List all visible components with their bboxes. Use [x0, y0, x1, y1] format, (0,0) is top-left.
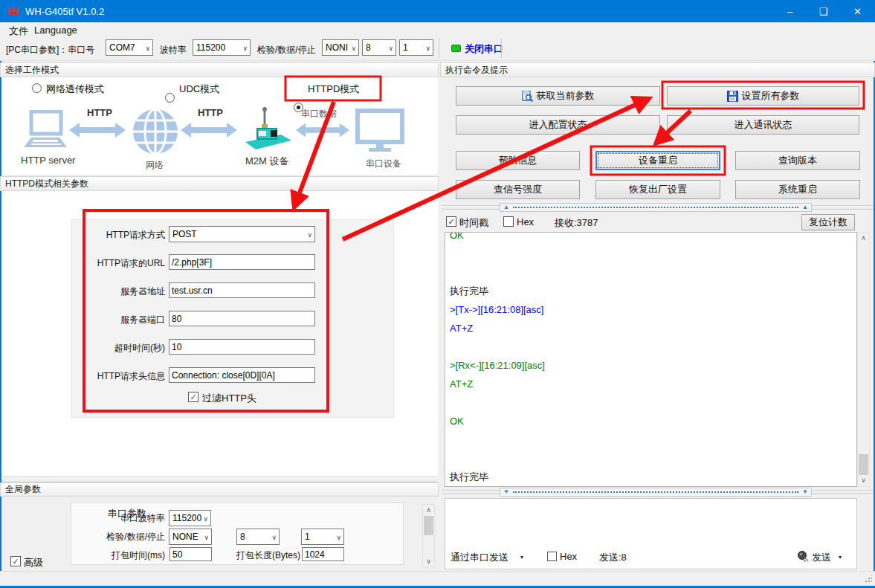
scroll-up-icon[interactable]: ∧ [858, 233, 869, 244]
menu-language[interactable]: Language [34, 25, 77, 36]
set-params-button[interactable]: 设置所有参数 [667, 86, 859, 106]
resize-grip[interactable] [865, 575, 872, 583]
splitter-up-icon[interactable]: ▲ [503, 204, 509, 210]
packlen-input[interactable] [302, 547, 344, 561]
chevron-down-icon: ∨ [242, 45, 248, 51]
caret-down-icon[interactable]: ▾ [520, 554, 523, 560]
http-header-input[interactable] [169, 367, 315, 383]
send-splitter[interactable]: ▼ ▼ [500, 488, 812, 497]
system-reboot-button[interactable]: 系统重启 [735, 180, 860, 199]
sent-count: 发送:8 [599, 551, 627, 564]
send-button[interactable]: 发送 [812, 551, 831, 564]
databits-select[interactable]: 8 ∨ [362, 39, 396, 56]
diagram-node-http-server: HTTP server [21, 155, 75, 166]
factory-reset-button[interactable]: 恢复出厂设置 [595, 180, 720, 199]
window-title: WH-G405tf V1.0.2 [25, 6, 104, 17]
global-scrollbar[interactable]: ∧ ∨ [422, 504, 435, 568]
parity-select[interactable]: NONI ∨ [322, 39, 359, 56]
log-line: >[Rx<-][16:21:09][asc] [445, 356, 856, 375]
log-line [445, 245, 856, 263]
global-baud-select[interactable]: 115200 ∨ [169, 510, 211, 526]
enter-comm-button[interactable]: 进入通讯状态 [667, 115, 859, 135]
server-port-label: 服务器端口 [45, 314, 165, 326]
diagram-node-serial-device: 串口设备 [366, 158, 401, 170]
chevron-down-icon: ∨ [425, 45, 430, 51]
global-parity-label: 检验/数据/停止 [89, 531, 165, 543]
maximize-button[interactable]: ❑ [807, 0, 840, 22]
splitter-groove [810, 205, 874, 210]
baud-select[interactable]: 115200 ∨ [193, 39, 251, 56]
globe-network-icon [132, 109, 178, 155]
search-document-icon [522, 91, 533, 102]
close-button[interactable]: ✕ [840, 0, 875, 22]
log-scrollbar-thumb[interactable] [859, 454, 868, 475]
http-method-select[interactable]: POST ∨ [169, 226, 315, 242]
log-line: 执行完毕 [445, 282, 856, 300]
scroll-up-icon[interactable]: ∧ [423, 505, 434, 516]
enter-config-button[interactable]: 进入配置状态 [456, 115, 660, 135]
radio-udc-label[interactable]: UDC模式 [179, 83, 219, 96]
left-splitter[interactable] [1, 476, 438, 482]
menu-bar [0, 22, 875, 38]
com-port-select[interactable]: COM7 ∨ [106, 39, 153, 56]
signal-strength-label: 查信号强度 [494, 183, 542, 196]
radio-transparent-mode[interactable] [32, 83, 42, 93]
radio-transparent-label[interactable]: 网络透传模式 [46, 83, 104, 96]
close-serial-button[interactable]: 关闭串口 [465, 42, 503, 56]
reset-count-button[interactable]: 复位计数 [801, 214, 855, 230]
global-databits-value: 8 [240, 532, 245, 542]
signal-strength-button[interactable]: 查信号强度 [456, 180, 580, 199]
radio-httpd-label[interactable]: HTTPD模式 [308, 83, 359, 96]
menu-file[interactable]: 文件 [9, 25, 28, 38]
http-url-input[interactable] [169, 254, 315, 270]
advanced-checkbox[interactable]: ✓ [10, 556, 21, 566]
global-stopbits-select[interactable]: 1 ∨ [301, 529, 344, 545]
global-scrollbar-thumb[interactable] [424, 516, 433, 535]
scroll-down-icon[interactable]: ∨ [423, 556, 434, 567]
get-params-button[interactable]: 获取当前参数 [456, 86, 660, 106]
stopbits-select[interactable]: 1 ∨ [399, 39, 433, 56]
monitor-icon [355, 109, 404, 153]
caret-down-icon[interactable]: ▾ [839, 554, 842, 560]
log-line [445, 337, 856, 356]
packtime-input[interactable] [169, 547, 212, 561]
global-databits-select[interactable]: 8 ∨ [236, 529, 280, 545]
query-version-label: 查询版本 [778, 154, 817, 167]
recv-hex-checkbox[interactable] [503, 216, 514, 227]
diagram-link-serial-data: 串口数据 [301, 108, 337, 120]
databits-value: 8 [366, 42, 371, 53]
timestamp-label: 时间戳 [459, 216, 488, 230]
laptop-icon [22, 110, 68, 153]
reset-count-label: 复位计数 [809, 216, 847, 229]
chevron-down-icon: ∨ [388, 45, 393, 51]
minimize-button[interactable]: – [773, 0, 807, 22]
scroll-down-icon[interactable]: ∨ [858, 475, 869, 486]
enter-comm-label: 进入通讯状态 [734, 118, 792, 132]
chevron-down-icon: ∨ [203, 516, 208, 522]
reboot-device-label: 设备重启 [639, 154, 677, 167]
global-parity-select[interactable]: NONE ∨ [169, 529, 212, 545]
query-version-button[interactable]: 查询版本 [735, 151, 860, 170]
check-icon: ✓ [190, 393, 196, 401]
send-hex-checkbox[interactable] [547, 552, 557, 561]
timestamp-checkbox[interactable]: ✓ [446, 216, 456, 227]
timeout-input[interactable] [169, 339, 315, 355]
log-scrollbar[interactable]: ∧ ∨ [857, 232, 870, 487]
splitter-down-icon[interactable]: ▼ [802, 489, 808, 495]
splitter-down-icon[interactable]: ▼ [503, 489, 509, 495]
filter-http-checkbox[interactable]: ✓ [188, 392, 198, 402]
timeout-label: 超时时间(秒) [45, 342, 165, 355]
log-splitter[interactable]: ▲ ▲ [500, 203, 812, 212]
server-addr-input[interactable] [169, 282, 315, 298]
chevron-down-icon: ∨ [336, 534, 341, 540]
parity-label: 检验/数据/停止 [257, 44, 316, 56]
radio-udc-mode[interactable] [165, 93, 175, 103]
double-arrow-icon [181, 121, 237, 139]
splitter-up-icon[interactable]: ▲ [802, 204, 808, 210]
help-button[interactable]: 帮助信息 [456, 151, 580, 170]
server-port-input[interactable] [169, 311, 315, 326]
reboot-device-button[interactable]: 设备重启 [595, 151, 720, 170]
send-via-serial-button[interactable]: 通过串口发送 [451, 551, 508, 564]
log-line: 执行完毕 [445, 468, 856, 486]
log-area[interactable]: OK 执行完毕>[Tx->][16:21:08][asc]AT+Z >[Rx<-… [445, 232, 857, 487]
